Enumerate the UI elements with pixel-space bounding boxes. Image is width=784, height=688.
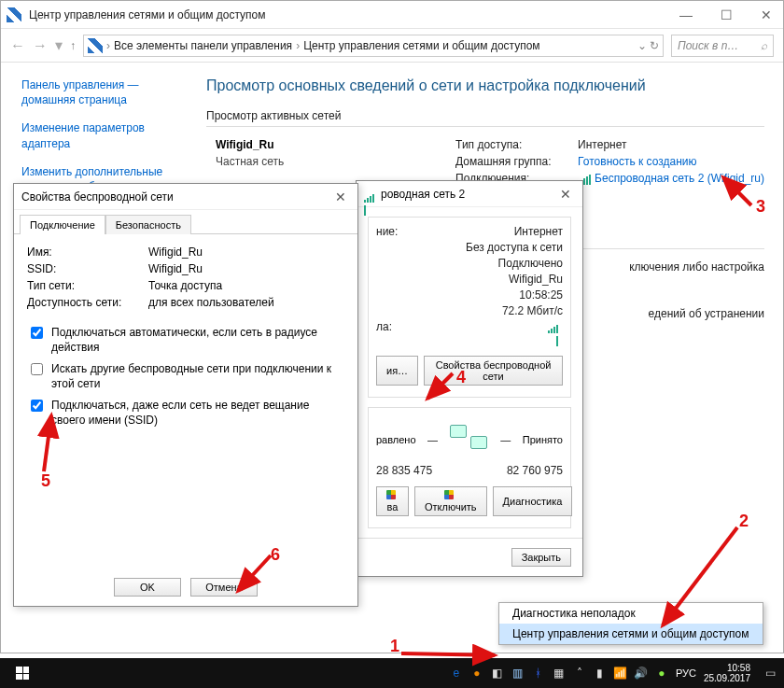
- access-type-label: Тип доступа:: [455, 138, 572, 151]
- activity-sent-label: равлено: [376, 434, 416, 445]
- activity-recv-label: Принято: [523, 434, 563, 445]
- props-close-icon[interactable]: ✕: [331, 190, 350, 204]
- status-ssid: Wifigid_Ru: [509, 273, 563, 286]
- cancel-button[interactable]: Отмена: [190, 578, 258, 597]
- chevron-up-icon[interactable]: ˄: [573, 667, 586, 680]
- toolbar: ← → ▾ ↑ › Все элементы панели управления…: [1, 29, 783, 63]
- tray-app-icon[interactable]: ▦: [553, 667, 566, 680]
- forward-button[interactable]: →: [33, 37, 48, 54]
- props-avail-value: для всех пользователей: [148, 296, 274, 309]
- tray-app-icon[interactable]: ●: [655, 667, 668, 680]
- props-ssid-value: Wifigid_Ru: [148, 262, 203, 275]
- tab-security[interactable]: Безопасность: [105, 215, 191, 234]
- breadcrumb-sep: ›: [106, 39, 110, 52]
- checkbox-auto-connect[interactable]: [31, 327, 43, 339]
- props-name-label: Имя:: [27, 246, 148, 259]
- battery-icon[interactable]: ▮: [594, 667, 607, 680]
- diagnostics-button[interactable]: Диагностика: [493, 486, 573, 516]
- clock[interactable]: 10:58 25.09.2017: [704, 663, 756, 683]
- titlebar: Центр управления сетями и общим доступом…: [1, 1, 783, 29]
- props-nettype-value: Точка доступа: [148, 279, 222, 292]
- maximize-button[interactable]: ☐: [715, 7, 738, 22]
- status-dialog: роводная сеть 2 ✕ ние:Интернет Без досту…: [356, 180, 583, 577]
- status-duration: 10:58:25: [519, 288, 563, 302]
- tab-connection[interactable]: Подключение: [20, 215, 105, 234]
- tray-context-menu: Диагностика неполадок Центр управления с…: [498, 602, 763, 645]
- tray-app-icon[interactable]: ▥: [511, 667, 525, 680]
- checkbox-hidden-ssid-row[interactable]: Подключаться, даже если сеть не ведет ве…: [27, 399, 344, 428]
- up-button[interactable]: ↑: [70, 39, 76, 52]
- ok-button[interactable]: OK: [114, 578, 181, 597]
- windows-logo-icon: [16, 667, 29, 680]
- signal-icon: [364, 190, 377, 199]
- checkbox-hidden-ssid[interactable]: [31, 400, 43, 412]
- refresh-dropdown[interactable]: ⌄ ↻: [637, 39, 659, 52]
- address-bar[interactable]: › Все элементы панели управления › Центр…: [83, 35, 664, 57]
- menu-item-network-center[interactable]: Центр управления сетями и общим доступом: [499, 624, 763, 644]
- close-button[interactable]: ✕: [755, 7, 777, 22]
- checkbox-look-other-row[interactable]: Искать другие беспроводные сети при подк…: [27, 362, 344, 391]
- search-icon: ⌕: [761, 39, 767, 52]
- props-titlebar: Свойства беспроводной сети ✕: [14, 184, 357, 210]
- clock-date: 25.09.2017: [704, 673, 750, 683]
- edge-icon[interactable]: e: [450, 667, 463, 680]
- props-avail-label: Доступность сети:: [27, 296, 148, 309]
- tray-app-icon[interactable]: ●: [470, 667, 483, 680]
- homegroup-link[interactable]: Готовность к созданию: [578, 155, 696, 168]
- divider: [206, 126, 764, 127]
- app-icon: [7, 7, 21, 22]
- props-name-value: Wifigid_Ru: [148, 246, 203, 259]
- menu-item-troubleshoot[interactable]: Диагностика неполадок: [499, 603, 763, 624]
- volume-icon[interactable]: 🔊: [635, 667, 648, 680]
- props-title: Свойства беспроводной сети: [21, 190, 174, 204]
- status-signal-label: ла:: [376, 320, 392, 346]
- network-tray-icon[interactable]: 📶: [614, 667, 627, 680]
- status-row-label: ние:: [376, 225, 398, 238]
- svg-line-0: [401, 653, 495, 655]
- page-header: Просмотр основных сведений о сети и наст…: [206, 77, 764, 94]
- clock-time: 10:58: [704, 663, 750, 673]
- breadcrumb-current[interactable]: Центр управления сетями и общим доступом: [303, 39, 540, 52]
- properties-button[interactable]: ва: [376, 486, 409, 516]
- breadcrumb-sep: ›: [296, 39, 300, 52]
- breadcrumb-parent[interactable]: Все элементы панели управления: [114, 39, 292, 52]
- status-ip6: Без доступа к сети: [466, 241, 563, 254]
- bytes-recv: 82 760 975: [507, 464, 563, 477]
- status-close-button[interactable]: Закрыть: [511, 548, 571, 567]
- breadcrumb-icon: [88, 38, 103, 53]
- search-input[interactable]: Поиск в п… ⌕: [671, 35, 774, 57]
- access-type-value: Интернет: [578, 138, 626, 151]
- checkbox-look-other[interactable]: [31, 363, 43, 375]
- status-iptype: Интернет: [514, 225, 563, 238]
- bluetooth-icon[interactable]: ᚼ: [532, 667, 545, 680]
- wireless-props-button[interactable]: Свойства беспроводной сети: [424, 356, 563, 386]
- bytes-sent: 28 835 475: [376, 464, 432, 477]
- recent-dropdown[interactable]: ▾: [55, 36, 63, 54]
- status-title: роводная сеть 2: [381, 188, 465, 201]
- signal-bars-icon: [546, 320, 559, 330]
- tray-app-icon[interactable]: ◧: [491, 667, 504, 680]
- activity-icon: [450, 423, 489, 456]
- action-center-icon[interactable]: ▭: [763, 667, 777, 680]
- homegroup-label: Домашняя группа:: [455, 155, 572, 168]
- taskbar: e ● ◧ ▥ ᚼ ▦ ˄ ▮ 📶 🔊 ● РУС 10:58 25.09.20…: [0, 658, 784, 688]
- ime-indicator[interactable]: РУС: [676, 667, 696, 679]
- shield-icon: [444, 490, 454, 499]
- back-button[interactable]: ←: [10, 37, 25, 54]
- search-placeholder: Поиск в п…: [678, 39, 738, 52]
- checkbox-auto-connect-row[interactable]: Подключаться автоматически, если сеть в …: [27, 326, 344, 355]
- minimize-button[interactable]: ―: [674, 7, 698, 22]
- network-name: Wifigid_Ru: [216, 138, 449, 151]
- status-titlebar: роводная сеть 2 ✕: [357, 181, 582, 207]
- start-button[interactable]: [7, 658, 37, 688]
- sidebar-link-adapter[interactable]: Изменение параметров адаптера: [21, 120, 176, 150]
- connections-link[interactable]: Беспроводная сеть 2 (Wifigid_ru): [578, 172, 764, 185]
- sidebar-link-home[interactable]: Панель управления — домашняя страница: [21, 77, 176, 107]
- wireless-properties-dialog: Свойства беспроводной сети ✕ Подключение…: [13, 183, 358, 607]
- props-ssid-label: SSID:: [27, 262, 148, 275]
- network-type: Частная сеть: [216, 155, 449, 168]
- details-button[interactable]: ия…: [376, 356, 418, 386]
- disable-button[interactable]: Отключить: [414, 486, 487, 516]
- status-speed: 72.2 Мбит/с: [502, 304, 563, 317]
- status-close-icon[interactable]: ✕: [556, 187, 575, 202]
